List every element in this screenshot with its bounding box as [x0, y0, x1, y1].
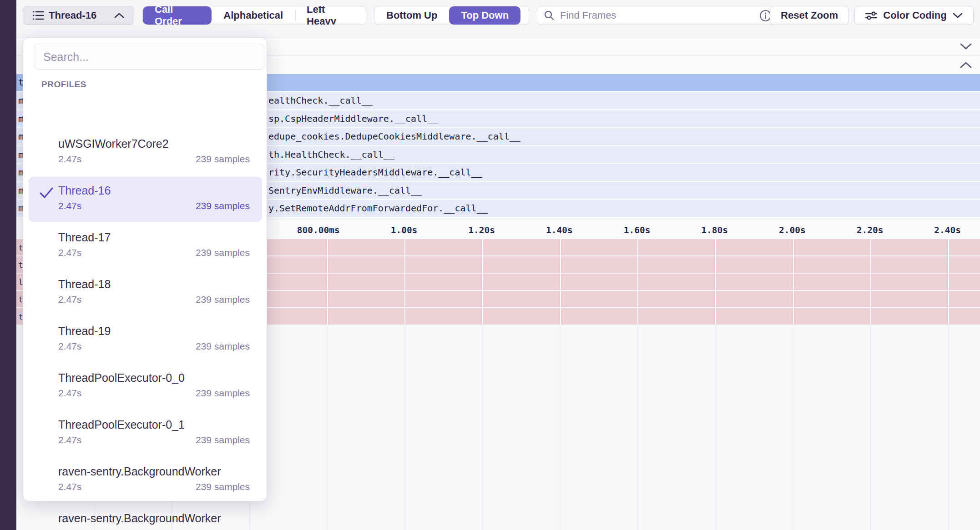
- profile-item-raven-sentry-backgroundworker[interactable]: raven-sentry.BackgroundWorker2.47s239 sa…: [29, 458, 262, 503]
- profile-item-name: uWSGIWorker7Core2: [58, 137, 169, 150]
- vertical-gridline-pink: [948, 239, 949, 325]
- profile-item-raven-sentry-backgroundworker[interactable]: raven-sentry.BackgroundWorker2.47s239 sa…: [29, 505, 262, 530]
- vertical-gridline: [404, 325, 405, 530]
- sliders-icon: [865, 10, 878, 21]
- thread-selector-label: Thread-16: [49, 10, 109, 21]
- vertical-gridline: [327, 325, 328, 530]
- vertical-gridline: [482, 325, 483, 530]
- profile-item-thread-19[interactable]: Thread-192.47s239 samples: [29, 317, 262, 362]
- vertical-gridline-pink: [560, 239, 561, 325]
- time-tick-label: 1.00s: [391, 225, 418, 235]
- search-icon: [544, 10, 555, 21]
- sort-option-left-heavy[interactable]: Left Heavy: [295, 6, 366, 25]
- profile-item-name: raven-sentry.BackgroundWorker: [58, 465, 221, 478]
- profile-item-threadpoolexecutor-0-0[interactable]: ThreadPoolExecutor-0_02.47s239 samples: [29, 364, 262, 409]
- profile-item-name: Thread-18: [58, 278, 111, 291]
- vertical-gridline: [637, 325, 638, 530]
- profile-item-duration: 2.47s: [58, 200, 81, 211]
- sort-option-alphabetical[interactable]: Alphabetical: [212, 6, 295, 25]
- dropdown-search-input[interactable]: [42, 44, 258, 70]
- profile-item-thread-16[interactable]: Thread-162.47s239 samples: [29, 177, 262, 222]
- profile-item-name: Thread-17: [58, 231, 111, 244]
- profile-item-samples: 239 samples: [196, 247, 250, 258]
- vertical-gridline: [870, 325, 871, 530]
- vertical-gridline-pink: [637, 239, 638, 325]
- frame-text: ealthCheck.__call__: [268, 95, 373, 106]
- direction-option-top-down[interactable]: Top Down: [449, 6, 520, 25]
- time-tick-label: 1.60s: [624, 225, 651, 235]
- vertical-gridline-pink: [482, 239, 483, 325]
- color-coding-label: Color Coding: [883, 10, 946, 21]
- profile-item-name: Thread-19: [58, 325, 111, 338]
- profile-item-duration: 2.47s: [58, 528, 81, 530]
- direction-option-label: Bottom Up: [386, 10, 437, 21]
- thread-dropdown-panel: PROFILES uWSGIWorker7Core22.47s239 sampl…: [23, 37, 267, 501]
- profile-item-samples: 239 samples: [196, 154, 250, 165]
- profile-item-threadpoolexecutor-0-1[interactable]: ThreadPoolExecutor-0_12.47s239 samples: [29, 411, 262, 456]
- profile-item-duration: 2.47s: [58, 435, 81, 445]
- section-collapse-chevron-up-icon[interactable]: [959, 61, 973, 69]
- profile-item-thread-17[interactable]: Thread-172.47s239 samples: [29, 224, 262, 269]
- direction-option-bottom-up[interactable]: Bottom Up: [374, 6, 449, 25]
- profile-item-name: ThreadPoolExecutor-0_0: [58, 371, 185, 385]
- vertical-gridline: [560, 325, 561, 530]
- checkmark-icon: [39, 186, 54, 200]
- reset-zoom-button[interactable]: Reset Zoom: [770, 6, 849, 25]
- profile-item-samples: 239 samples: [196, 481, 250, 492]
- dropdown-search-box: [34, 44, 264, 70]
- time-tick-label: 2.40s: [934, 225, 961, 235]
- vertical-gridline-pink: [715, 239, 716, 325]
- vertical-gridline: [793, 325, 794, 530]
- chevron-down-icon: [952, 12, 963, 19]
- time-tick-label: 1.80s: [701, 225, 728, 235]
- frame-text: sp.CspHeaderMiddleware.__call__: [268, 113, 438, 124]
- profile-item-samples: 239 samples: [196, 388, 250, 399]
- sort-mode-segmented-control: Call OrderAlphabeticalLeft Heavy: [142, 6, 366, 25]
- vertical-gridline-pink: [870, 239, 871, 325]
- reset-zoom-label: Reset Zoom: [781, 10, 838, 21]
- sort-option-call-order[interactable]: Call Order: [143, 6, 212, 25]
- direction-option-label: Top Down: [461, 10, 509, 21]
- profile-item-duration: 2.47s: [58, 481, 81, 492]
- thread-selector-button[interactable]: Thread-16: [23, 6, 134, 25]
- find-frames-box: [537, 6, 778, 25]
- frame-text: y.SetRemoteAddrFromForwardedFor.__call__: [268, 203, 488, 214]
- frame-text: rity.SecurityHeadersMiddleware.__call__: [268, 167, 482, 178]
- frame-text: th.HealthCheck.__call__: [268, 149, 394, 160]
- sort-option-label: Call Order: [155, 6, 200, 25]
- direction-segmented-control: Bottom UpTop Down: [374, 6, 529, 25]
- frame-text: edupe_cookies.DedupeCookiesMiddleware.__…: [268, 131, 520, 142]
- profile-item-duration: 2.47s: [58, 388, 81, 399]
- profile-item-uwsgiworker7core2[interactable]: uWSGIWorker7Core22.47s239 samples: [29, 130, 262, 175]
- profile-item-samples: 239 samples: [196, 341, 250, 352]
- profiles-section-label: PROFILES: [41, 80, 86, 90]
- profiler-app: Thread-16 Call OrderAlphabeticalLeft Hea…: [0, 0, 980, 530]
- time-tick-label: 1.20s: [468, 225, 495, 235]
- profile-item-samples: 239 samples: [196, 294, 250, 305]
- profile-item-duration: 2.47s: [58, 294, 81, 305]
- vertical-gridline: [715, 325, 716, 530]
- profile-item-duration: 2.47s: [58, 154, 81, 165]
- vertical-gridline-pink: [327, 239, 328, 325]
- profile-item-samples: 239 samples: [196, 435, 250, 445]
- time-tick-label: 2.00s: [779, 225, 806, 235]
- frame-text: SentryEnvMiddleware.__call__: [268, 185, 422, 196]
- sort-option-label: Alphabetical: [223, 10, 283, 21]
- sort-option-label: Left Heavy: [307, 6, 354, 25]
- vertical-gridline-pink: [793, 239, 794, 325]
- vertical-gridline: [948, 325, 949, 530]
- section-collapse-chevron-down-icon[interactable]: [959, 42, 973, 50]
- profile-item-duration: 2.47s: [58, 341, 81, 352]
- vertical-gridline-pink: [404, 239, 405, 325]
- toolbar: Thread-16 Call OrderAlphabeticalLeft Hea…: [16, 0, 980, 37]
- color-coding-button[interactable]: Color Coding: [854, 6, 974, 25]
- list-icon: [32, 10, 44, 20]
- profile-item-duration: 2.47s: [58, 247, 81, 258]
- profile-item-samples: 239 samples: [196, 528, 250, 530]
- profile-item-name: Thread-16: [58, 184, 111, 197]
- profile-item-name: raven-sentry.BackgroundWorker: [58, 512, 221, 525]
- profile-item-samples: 239 samples: [196, 200, 250, 211]
- find-frames-input[interactable]: [559, 9, 755, 22]
- time-tick-label: 1.40s: [546, 225, 573, 235]
- profile-item-thread-18[interactable]: Thread-182.47s239 samples: [29, 270, 262, 315]
